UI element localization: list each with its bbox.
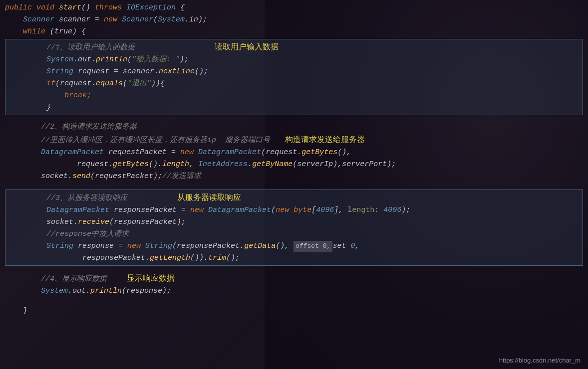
b2-offset-hint: offset 0,: [294, 241, 332, 252]
box1-comment: //1、读取用户输入的数据 读取用户输入数据: [5, 40, 583, 54]
blank-3: [0, 267, 588, 272]
website-url: https://blog.csdn.net/char_m: [499, 357, 581, 364]
send-socket: socket.: [41, 171, 72, 183]
paren-open: (): [81, 2, 95, 14]
dot-in: .in);: [185, 14, 207, 26]
dp2-getbytes: getBytes: [113, 159, 149, 171]
dp2-getbyname: getByName: [252, 159, 293, 171]
annotation-3: 从服务器读取响应: [177, 191, 241, 204]
dp2-length: length: [162, 159, 189, 171]
b2-trim: trim: [208, 252, 226, 264]
b1-paren: (: [127, 54, 132, 66]
dp2-indent: [5, 159, 77, 171]
kw-throws: throws: [95, 2, 126, 14]
b2-bracket-close: ],: [334, 204, 347, 216]
box1-line5: }: [5, 102, 583, 114]
b2-resp: response =: [78, 240, 127, 252]
send-line: socket. send (requestPacket); //发送请求: [0, 171, 588, 183]
c4-indent: [5, 273, 41, 285]
b2-new3: new: [127, 240, 145, 252]
b1-system: System: [46, 54, 73, 66]
b1-string: String: [46, 66, 78, 78]
b1-equals: equals: [96, 78, 123, 90]
b1-if-paren: (request.: [55, 78, 96, 90]
b2-comma2: ,: [355, 240, 359, 252]
dp2-comma: ,: [189, 159, 198, 171]
b2-new: new: [190, 204, 208, 216]
b2-rp2: responsePacket.: [82, 252, 150, 264]
dp-var: requestPacket =: [108, 147, 180, 159]
c22-indent: [5, 135, 41, 147]
dp-line-1: DatagramPacket requestPacket = new Datag…: [0, 147, 588, 159]
b1-break: break;: [64, 90, 91, 102]
b2-string: String: [46, 240, 78, 252]
comment-2-2-line: //里面传入缓冲区，还有缓冲区长度，还有服务器ip 服务器端口号 构造请求发送给…: [0, 133, 588, 147]
dp2-inet: InetAddress: [198, 159, 248, 171]
b2-4096: 4096: [316, 204, 334, 216]
send-method: send: [72, 171, 90, 183]
b2-trim-semi: ();: [226, 252, 240, 264]
send-comment: //发送请求: [162, 171, 201, 183]
blank-4: [0, 297, 588, 305]
code-container: public void start () throws IOException …: [0, 0, 588, 369]
b1l2-indent: [10, 66, 46, 78]
b1-eq-paren: (: [123, 78, 127, 90]
b2-length-hint: length:: [347, 204, 383, 216]
brace-open: {: [176, 2, 185, 14]
b2l5-indent: [10, 252, 82, 264]
dp2-getby: .: [248, 159, 252, 171]
class-scanner: Scanner: [23, 14, 59, 26]
comment-2-1: //2、构造请求发送给服务器: [41, 121, 137, 133]
dp2-serverip: (serverIp),serverPort);: [293, 159, 396, 171]
b1-exit-str: "退出": [127, 78, 151, 90]
comment-1: //1、读取用户输入的数据: [46, 42, 135, 54]
highlight-box-1: //1、读取用户输入的数据 读取用户输入数据 System .out. prin…: [5, 39, 583, 115]
b2-zero: 0: [350, 240, 355, 252]
dp2-dot: ().: [149, 159, 162, 171]
close-b: }: [5, 305, 27, 317]
b2-gd-paren: (),: [276, 240, 294, 252]
box1-indent: [10, 42, 46, 54]
highlight-box-2: //3、从服务器读取响应 从服务器读取响应 DatagramPacket res…: [5, 189, 583, 266]
send-paren: (requestPacket);: [90, 171, 162, 183]
b2-set: set: [332, 240, 350, 252]
pl-paren: (response);: [122, 285, 171, 297]
box1-line4: break;: [5, 90, 583, 102]
pl-println: println: [90, 285, 122, 297]
dp2-req: request.: [77, 159, 113, 171]
blank-2: [0, 183, 588, 188]
dp-getbytes: getBytes: [301, 147, 337, 159]
box2-comment: //3、从服务器读取响应 从服务器读取响应: [5, 191, 583, 204]
while-cond: (true) {: [50, 26, 86, 38]
box1-line3: if (request. equals ( "退出" )){: [5, 78, 583, 90]
b2l3-indent: [10, 228, 46, 240]
annotation-4: 显示响应数据: [127, 272, 175, 285]
b2-gl-paren: ()).: [190, 252, 208, 264]
method-start: start: [59, 2, 81, 14]
blank-1: [0, 116, 588, 121]
b2-string2: String: [145, 240, 172, 252]
b2-indent: [10, 192, 46, 204]
class-system: System: [158, 14, 185, 26]
b2-comment3: //response中放入请求: [46, 228, 129, 240]
kw-while: while: [23, 26, 50, 38]
comment-2-1-line: //2、构造请求发送给服务器: [0, 121, 588, 133]
b1-nl-paren: ();: [195, 66, 208, 78]
box1-line2: String request = scanner. nextLine ();: [5, 66, 583, 78]
b2-getlength: getLength: [150, 252, 190, 264]
annotation-1: 读取用户输入数据: [215, 40, 279, 53]
box2-line2: socket. receive (responsePacket);: [5, 216, 583, 228]
b1l1-indent: [10, 54, 46, 66]
b2l2-indent: [10, 216, 46, 228]
b2-getdata: getData: [244, 240, 276, 252]
box1-line1: System .out. println ( "输入数据: " );: [5, 54, 583, 66]
b1-req: request = scanner.: [78, 66, 159, 78]
b2-arg-open: (: [271, 204, 276, 216]
comment-2-2: //里面传入缓冲区，还有缓冲区长度，还有服务器ip 服务器端口号: [41, 135, 270, 147]
box2-line5: responsePacket. getLength ()). trim ();: [5, 252, 583, 264]
b1-eq-close: )){: [151, 78, 165, 90]
b2-4096b: 4096: [383, 204, 401, 216]
b2-receive-socket: socket.: [46, 216, 78, 228]
b2l4-indent: [10, 240, 46, 252]
b1l5-indent: [10, 102, 46, 114]
